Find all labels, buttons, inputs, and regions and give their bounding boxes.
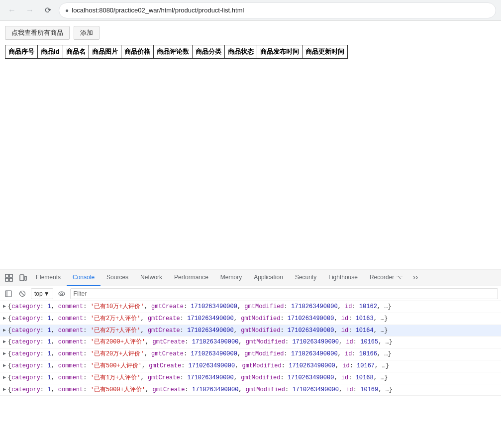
console-row[interactable]: ▶{category: 1, comment: '已有2万+人评价', gmtC… [0, 313, 501, 325]
back-button[interactable]: ← [5, 3, 19, 17]
console-row[interactable]: ▶{category: 1, comment: '已有2000+人评价', gm… [0, 336, 501, 348]
svg-line-9 [21, 292, 24, 295]
console-filter-input[interactable] [70, 288, 498, 299]
console-toolbar: top ▼ [0, 286, 501, 301]
tab-performance[interactable]: Performance [168, 269, 214, 286]
svg-rect-3 [9, 278, 12, 281]
devtools-inspect-icon[interactable] [2, 269, 16, 286]
tab-elements[interactable]: Elements [30, 269, 67, 286]
svg-rect-4 [20, 275, 24, 281]
table-header-cell: 商品发布时间 [257, 45, 302, 59]
console-row-text: {category: 1, comment: '已有5000+人评价', gmt… [8, 386, 498, 394]
tab-console[interactable]: Console [67, 269, 100, 286]
context-dropdown[interactable]: top ▼ [31, 288, 53, 299]
tab-memory[interactable]: Memory [214, 269, 248, 286]
browser-chrome: ← → ⟳ ● [0, 0, 501, 21]
table-header-cell: 商品评论数 [153, 45, 192, 59]
expand-arrow: ▶ [3, 315, 6, 322]
console-row-text: {category: 1, comment: '已有2000+人评价', gmt… [8, 338, 498, 346]
tab-recorder[interactable]: Recorder ⌥ [364, 269, 409, 286]
table-header-cell: 商品更新时间 [302, 45, 347, 59]
console-row[interactable]: ▶{category: 1, comment: '已有2万+人评价', gmtC… [0, 325, 501, 337]
page-content: 点我查看所有商品 添加 商品序号商品id商品名商品图片商品价格商品评论数商品分类… [0, 21, 501, 269]
expand-arrow: ▶ [3, 327, 6, 334]
context-label: top [34, 290, 43, 297]
eye-icon-button[interactable] [56, 289, 67, 298]
table-header-cell: 商品价格 [121, 45, 153, 59]
console-row-text: {category: 1, comment: '已有20万+人评价', gmtC… [8, 350, 498, 358]
add-button[interactable]: 添加 [74, 26, 100, 40]
svg-rect-6 [5, 291, 11, 297]
table-header-row: 商品序号商品id商品名商品图片商品价格商品评论数商品分类商品状态商品发布时间商品… [5, 45, 348, 59]
devtools-tabs: Elements Console Sources Network Perform… [0, 269, 501, 286]
svg-rect-2 [5, 278, 8, 281]
devtools-panel: Elements Console Sources Network Perform… [0, 269, 501, 448]
console-row-text: {category: 1, comment: '已有2万+人评价', gmtCr… [8, 315, 498, 323]
tab-lighthouse[interactable]: Lighthouse [322, 269, 364, 286]
page-buttons: 点我查看所有商品 添加 [5, 26, 496, 40]
expand-arrow: ▶ [3, 338, 6, 345]
console-row[interactable]: ▶{category: 1, comment: '已有20万+人评价', gmt… [0, 348, 501, 360]
reload-button[interactable]: ⟳ [41, 3, 55, 17]
expand-arrow: ▶ [3, 362, 6, 369]
product-table: 商品序号商品id商品名商品图片商品价格商品评论数商品分类商品状态商品发布时间商品… [5, 45, 348, 59]
table-header-cell: 商品id [38, 45, 63, 59]
forward-button[interactable]: → [23, 3, 37, 17]
console-row-text: {category: 1, comment: '已有10万+人评价', gmtC… [8, 303, 498, 311]
console-row[interactable]: ▶{category: 1, comment: '已有5000+人评价', gm… [0, 384, 501, 396]
expand-arrow: ▶ [3, 386, 6, 393]
svg-point-10 [59, 292, 65, 296]
table-header-cell: 商品分类 [192, 45, 224, 59]
console-sidebar-toggle[interactable] [3, 289, 14, 298]
svg-rect-5 [25, 276, 26, 280]
table-header-cell: 商品图片 [89, 45, 121, 59]
table-header-cell: 商品序号 [5, 45, 38, 59]
console-row[interactable]: ▶{category: 1, comment: '已有10万+人评价', gmt… [0, 301, 501, 313]
tab-sources[interactable]: Sources [100, 269, 134, 286]
console-clear-button[interactable] [17, 289, 28, 298]
console-row[interactable]: ▶{category: 1, comment: '已有500+人评价', gmt… [0, 360, 501, 372]
expand-arrow: ▶ [3, 350, 6, 357]
console-output: ▶{category: 1, comment: '已有10万+人评价', gmt… [0, 301, 501, 448]
svg-rect-1 [9, 274, 12, 277]
tab-more[interactable]: ›› [409, 269, 422, 286]
expand-arrow: ▶ [3, 303, 6, 310]
svg-rect-0 [5, 274, 8, 277]
console-row-text: {category: 1, comment: '已有1万+人评价', gmtCr… [8, 374, 498, 382]
devtools-device-icon[interactable] [16, 269, 30, 286]
console-row-text: {category: 1, comment: '已有2万+人评价', gmtCr… [8, 327, 498, 335]
table-header-cell: 商品名 [63, 45, 89, 59]
view-all-button[interactable]: 点我查看所有商品 [5, 26, 70, 40]
expand-arrow: ▶ [3, 374, 6, 381]
table-header-cell: 商品状态 [224, 45, 257, 59]
tab-network[interactable]: Network [134, 269, 168, 286]
lock-icon: ● [65, 7, 69, 14]
tab-security[interactable]: Security [289, 269, 322, 286]
tab-application[interactable]: Application [248, 269, 289, 286]
svg-point-11 [61, 293, 63, 295]
url-input[interactable] [72, 6, 490, 14]
dropdown-arrow: ▼ [44, 290, 50, 297]
console-row[interactable]: ▶{category: 1, comment: '已有1万+人评价', gmtC… [0, 372, 501, 384]
console-row-text: {category: 1, comment: '已有500+人评价', gmtC… [8, 362, 498, 370]
address-bar: ● [59, 2, 496, 18]
